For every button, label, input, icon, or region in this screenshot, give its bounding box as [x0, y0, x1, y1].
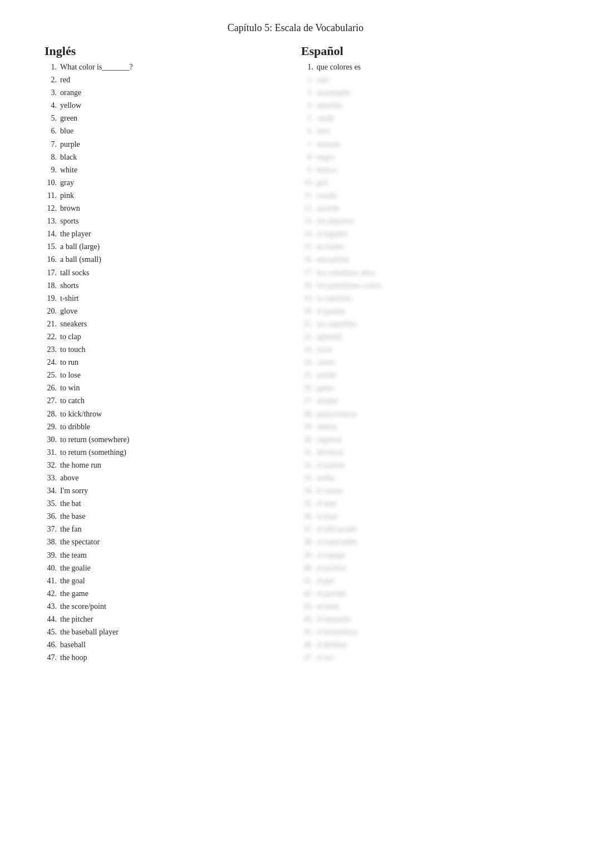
item-number: 36. [45, 510, 60, 523]
espanol-list-item: 12.marrón [301, 202, 546, 215]
espanol-header: Español [296, 44, 546, 58]
espanol-list-item: 47.el aro [301, 651, 546, 664]
item-number: 17. [45, 266, 60, 279]
espanol-item-text: el aro [317, 651, 334, 664]
espanol-list-item: 20.el guante [301, 305, 546, 318]
espanol-item-text: verde [317, 112, 334, 125]
espanol-list-item: 33.arriba [301, 472, 546, 484]
item-number: 20. [45, 305, 60, 318]
item-number: 26. [45, 381, 60, 394]
espanol-list-item: 21.las zapatillas [301, 318, 546, 330]
item-number: 15. [45, 240, 60, 253]
item-number: 16. [45, 253, 60, 266]
espanol-item-number: 31. [301, 446, 317, 459]
ingles-list-item: 41.the goal [45, 574, 296, 587]
espanol-item-number: 3. [301, 86, 317, 99]
item-number: 35. [45, 497, 60, 510]
espanol-list-item: 43.el tanto [301, 600, 546, 613]
item-number: 42. [45, 587, 60, 600]
item-text: purple [60, 138, 80, 151]
espanol-item-text: los calcetines altos [317, 266, 375, 279]
espanol-item-text: el gol [317, 574, 334, 587]
espanol-item-text: las zapatillas [317, 318, 357, 330]
espanol-item-text: correr [317, 356, 335, 369]
item-number: 19. [45, 292, 60, 305]
item-text: sports [60, 215, 78, 227]
espanol-item-text: tocar [317, 343, 332, 356]
item-text: baseball [60, 638, 86, 651]
item-text: the score/point [60, 600, 106, 613]
espanol-item-number: 42. [301, 587, 317, 600]
espanol-item-text: la base [317, 510, 338, 523]
espanol-item-number: 23. [301, 343, 317, 356]
item-text: to touch [60, 343, 86, 356]
item-number: 13. [45, 215, 60, 227]
espanol-item-number: 1. [301, 61, 317, 73]
espanol-item-number: 12. [301, 202, 317, 215]
espanol-item-number: 15. [301, 240, 317, 253]
espanol-column: 1.que colores es2.rojo3.anaranjado4.amar… [296, 61, 546, 664]
ingles-list-item: 45.the baseball player [45, 626, 296, 638]
item-number: 25. [45, 369, 60, 381]
espanol-item-number: 5. [301, 112, 317, 125]
item-text: the goal [60, 574, 85, 587]
item-text: the team [60, 549, 87, 562]
item-number: 29. [45, 420, 60, 433]
espanol-item-text: el tanto [317, 600, 340, 613]
ingles-list-item: 30.to return (somewhere) [45, 433, 296, 446]
ingles-list-item: 37.the fan [45, 523, 296, 535]
ingles-list-item: 19.t-shirt [45, 292, 296, 305]
espanol-item-number: 28. [301, 408, 317, 420]
espanol-item-text: que colores es [317, 61, 361, 73]
espanol-item-number: 24. [301, 356, 317, 369]
espanol-item-text: una pelota [317, 253, 349, 266]
espanol-list-item: 37.el aficionado [301, 523, 546, 535]
espanol-item-text: el lanzador [317, 613, 351, 626]
item-number: 46. [45, 638, 60, 651]
espanol-list-item: 38.el espectador [301, 535, 546, 548]
espanol-item-text: el jonrón [317, 459, 344, 472]
espanol-item-text: perder [317, 369, 337, 381]
item-number: 31. [45, 446, 60, 459]
item-text: the hoop [60, 651, 87, 664]
ingles-list-item: 39.the team [45, 549, 296, 562]
item-text: sneakers [60, 318, 87, 330]
espanol-item-text: el aficionado [317, 523, 357, 535]
espanol-item-number: 29. [301, 420, 317, 433]
espanol-list-item: 34.lo siento [301, 484, 546, 497]
espanol-item-text: el espectador [317, 535, 357, 548]
espanol-item-number: 16. [301, 253, 317, 266]
ingles-list-item: 22.to clap [45, 330, 296, 343]
item-text: to dribble [60, 420, 90, 433]
espanol-list-item: 27.atrapar [301, 394, 546, 407]
espanol-list-item: 30.regresar [301, 433, 546, 446]
espanol-item-text: regresar [317, 433, 342, 446]
ingles-list-item: 5.green [45, 112, 296, 125]
espanol-list-item: 24.correr [301, 356, 546, 369]
espanol-list-item: 22.aplaudir [301, 330, 546, 343]
ingles-list-item: 36.the base [45, 510, 296, 523]
item-number: 1. [45, 61, 60, 73]
item-text: glove [60, 305, 77, 318]
espanol-list-item: 23.tocar [301, 343, 546, 356]
ingles-list-item: 6.blue [45, 125, 296, 137]
espanol-list-item: 16.una pelota [301, 253, 546, 266]
columns-body: 1.What color is_______?2.red3.orange4.ye… [45, 61, 546, 664]
ingles-header: Inglés [45, 44, 296, 58]
item-text: to return (something) [60, 446, 126, 459]
ingles-list-item: 28.to kick/throw [45, 408, 296, 420]
espanol-item-text: azul [317, 125, 329, 137]
espanol-item-number: 4. [301, 99, 317, 112]
espanol-list-item: 5.verde [301, 112, 546, 125]
espanol-item-number: 46. [301, 638, 317, 651]
item-number: 41. [45, 574, 60, 587]
item-number: 12. [45, 202, 60, 215]
item-number: 30. [45, 433, 60, 446]
espanol-item-number: 8. [301, 151, 317, 163]
ingles-list-item: 13.sports [45, 215, 296, 227]
espanol-item-number: 13. [301, 215, 317, 227]
espanol-list-item: 36.la base [301, 510, 546, 523]
espanol-item-text: el bate [317, 497, 337, 510]
espanol-list-item: 11.rosado [301, 189, 546, 202]
ingles-list-item: 38.the spectator [45, 535, 296, 548]
